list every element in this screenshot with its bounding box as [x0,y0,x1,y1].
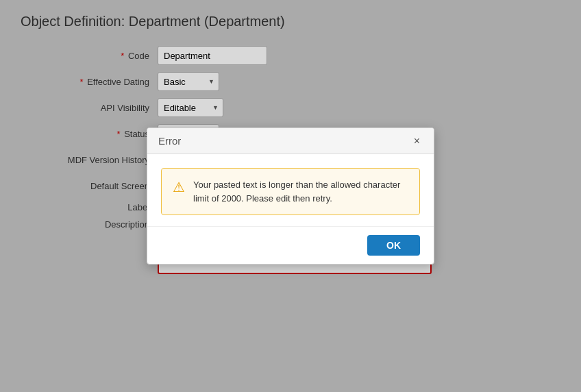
page-background: Object Definition: Department (Departmen… [0,0,581,392]
dialog-footer: OK [147,226,434,264]
dialog-header: Error × [147,128,434,154]
error-dialog: Error × ⚠ Your pasted text is longer tha… [147,127,434,265]
warning-icon: ⚠ [173,179,185,195]
ok-button[interactable]: OK [367,235,420,256]
dialog-body: ⚠ Your pasted text is longer than the al… [147,154,434,226]
dialog-title: Error [158,135,181,147]
error-message-box: ⚠ Your pasted text is longer than the al… [161,168,420,215]
dialog-overlay: Error × ⚠ Your pasted text is longer tha… [0,0,581,392]
error-text: Your pasted text is longer than the allo… [193,178,408,205]
close-button[interactable]: × [411,136,423,147]
